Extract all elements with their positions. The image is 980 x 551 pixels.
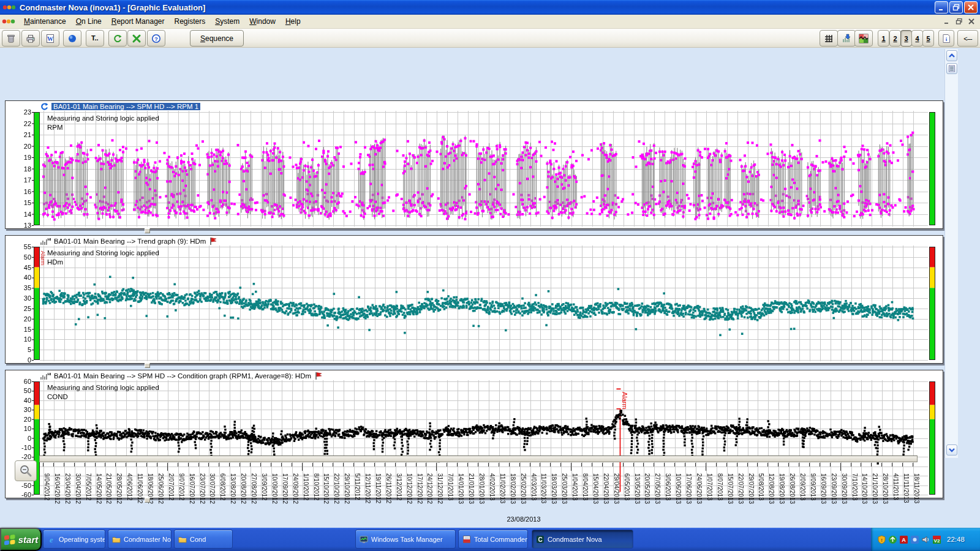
total-commander-icon bbox=[462, 535, 471, 544]
cursor-date-label: 23/08/2013 bbox=[487, 515, 560, 523]
panel-header-2: HDBA01-01 Main Bearing --> Trend graph (… bbox=[40, 236, 217, 246]
close-icon bbox=[967, 4, 974, 11]
minimize-button[interactable] bbox=[935, 1, 948, 13]
page-button-5[interactable]: 5 bbox=[922, 30, 934, 47]
start-label: start bbox=[18, 534, 39, 545]
back-button[interactable]: <--- bbox=[957, 30, 978, 47]
page-button-1[interactable]: 1 bbox=[878, 30, 889, 47]
panel-resize-handle-1[interactable] bbox=[145, 228, 150, 233]
task-button-condmaster-nova[interactable]: CCondmaster Nova bbox=[532, 530, 633, 549]
chart-download-icon bbox=[842, 34, 851, 43]
menu-item-on-line[interactable]: On Line bbox=[71, 15, 107, 28]
help-button[interactable]: ? bbox=[147, 30, 165, 47]
panel-note-1: Measuring and Storing logic applied bbox=[47, 114, 159, 122]
window-title: Condmaster Nova (inova1) - [Graphic Eval… bbox=[20, 3, 205, 12]
svg-text:HD: HD bbox=[48, 372, 51, 376]
folder-icon bbox=[178, 535, 187, 544]
panel-resize-handle-3[interactable] bbox=[145, 498, 150, 503]
chart-checker-icon bbox=[859, 34, 869, 43]
task-button-windows-task-manager[interactable]: Windows Task Manager bbox=[355, 530, 456, 549]
panel-unit-label-3: COND bbox=[47, 393, 68, 400]
colour-graph-button[interactable] bbox=[854, 30, 873, 47]
delete-button[interactable] bbox=[2, 30, 20, 47]
panel-resize-handle-2[interactable] bbox=[145, 363, 150, 368]
task-button-operating-system-err-[interactable]: eOperating system err... bbox=[43, 530, 105, 549]
info-page-icon: i bbox=[941, 34, 951, 43]
panel-title-2[interactable]: BA01-01 Main Bearing --> Trend graph (9)… bbox=[54, 238, 206, 245]
tray-shield-icon[interactable]: ! bbox=[877, 535, 886, 544]
mdi-close-button[interactable] bbox=[966, 17, 976, 26]
task-button-label: Condmaster Nova 2010 bbox=[124, 536, 172, 543]
svg-text:HD: HD bbox=[48, 238, 51, 241]
list-icon bbox=[948, 65, 956, 72]
blue-sphere-icon bbox=[67, 34, 77, 43]
menu-item-report-manager[interactable]: Report Manager bbox=[107, 15, 170, 28]
close-button[interactable] bbox=[964, 1, 978, 13]
refresh-blue-icon bbox=[40, 102, 48, 111]
chart-canvas-1[interactable] bbox=[6, 110, 943, 228]
folder-icon bbox=[112, 535, 121, 544]
windows-flag-icon bbox=[4, 533, 16, 545]
tray-app-blue-icon[interactable] bbox=[910, 535, 919, 544]
svg-text:e: e bbox=[50, 535, 53, 544]
download-graph-button[interactable] bbox=[837, 30, 856, 47]
excel-x-icon bbox=[132, 34, 141, 43]
taskbar-clock: 22:48 bbox=[947, 536, 965, 543]
tray-update-icon[interactable] bbox=[888, 535, 897, 544]
page-button-3[interactable]: 3 bbox=[900, 30, 912, 47]
word-icon: W bbox=[45, 34, 55, 43]
scroll-up-button[interactable] bbox=[946, 50, 957, 61]
zoom-out-button[interactable] bbox=[15, 460, 37, 481]
panel-title-3[interactable]: BA01-01 Main Bearing --> SPM HD --> Cond… bbox=[54, 372, 311, 380]
menu-item-help[interactable]: Help bbox=[281, 15, 306, 28]
tray-volume-icon[interactable] bbox=[921, 535, 930, 544]
task-button-label: Cond bbox=[190, 536, 206, 543]
app-logo-icon bbox=[2, 4, 16, 11]
page-button-2[interactable]: 2 bbox=[889, 30, 901, 47]
svg-text:V2: V2 bbox=[934, 538, 940, 543]
print-button[interactable] bbox=[21, 30, 40, 47]
menu-item-window[interactable]: Window bbox=[244, 15, 281, 28]
page-button-4[interactable]: 4 bbox=[911, 30, 923, 47]
svg-text:!: ! bbox=[881, 537, 883, 542]
panel-title-1[interactable]: BA01-01 Main Bearing --> SPM HD --> RPM … bbox=[51, 103, 200, 110]
tray-vnc-icon[interactable]: V2 bbox=[932, 535, 941, 544]
scroll-down-button[interactable] bbox=[946, 444, 957, 455]
mdi-restore-button[interactable] bbox=[954, 17, 964, 26]
start-button[interactable]: start bbox=[0, 528, 42, 551]
panel-header-1: BA01-01 Main Bearing --> SPM HD --> RPM … bbox=[40, 102, 200, 111]
menu-item-system[interactable]: System bbox=[210, 15, 244, 28]
info-button[interactable]: i bbox=[938, 30, 954, 47]
online-sphere-button[interactable] bbox=[63, 30, 81, 47]
task-button-label: Total Commander 7.5... bbox=[474, 536, 528, 543]
mdi-min-icon bbox=[943, 18, 951, 24]
minimize-icon bbox=[938, 4, 945, 11]
menu-item-registers[interactable]: Registers bbox=[169, 15, 210, 28]
app-logo-small-icon bbox=[2, 18, 15, 25]
refresh-button[interactable] bbox=[108, 30, 127, 47]
chart-canvas-2[interactable] bbox=[6, 244, 943, 363]
mdi-minimize-button[interactable] bbox=[941, 17, 952, 26]
svg-text:C: C bbox=[538, 536, 542, 543]
task-button-total-commander-7-5-[interactable]: Total Commander 7.5... bbox=[458, 530, 528, 549]
trash-icon bbox=[6, 34, 16, 43]
task-button-condmaster-nova-2010[interactable]: Condmaster Nova 2010 bbox=[108, 530, 172, 549]
panel-list-button[interactable] bbox=[946, 63, 957, 74]
panel-header-3: HDBA01-01 Main Bearing --> SPM HD --> Co… bbox=[40, 371, 323, 380]
text-note-button[interactable]: T.. bbox=[86, 30, 104, 47]
time-axis-scrollbar[interactable] bbox=[39, 455, 918, 462]
sequence-button[interactable]: Sequence bbox=[190, 30, 244, 47]
export-word-button[interactable]: W bbox=[41, 30, 59, 47]
svg-text:?: ? bbox=[154, 35, 158, 42]
restore-button[interactable] bbox=[949, 1, 963, 13]
task-button-label: Condmaster Nova bbox=[548, 536, 602, 543]
tray-adobe-icon[interactable]: A bbox=[899, 535, 908, 544]
chevron-down-icon bbox=[948, 446, 956, 454]
menu-item-maintenance[interactable]: Maintenance bbox=[19, 15, 71, 28]
flag-red-icon bbox=[314, 372, 323, 380]
task-button-cond[interactable]: Cond bbox=[174, 530, 233, 549]
hd-graph-icon: HD bbox=[40, 237, 51, 246]
grid-toggle-button[interactable] bbox=[820, 30, 838, 47]
time-axis-labels bbox=[0, 463, 943, 525]
export-excel-button[interactable] bbox=[127, 30, 146, 47]
